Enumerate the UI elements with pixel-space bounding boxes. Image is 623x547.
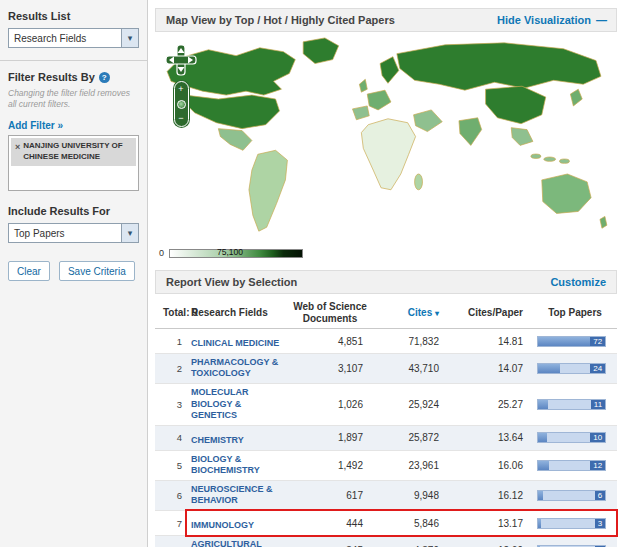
hide-visualization-label: Hide Visualization [497, 14, 591, 26]
filter-results-by-label: Filter Results By [8, 71, 95, 83]
field-link[interactable]: CHEMISTRY [191, 435, 244, 446]
include-results-label: Include Results For [8, 205, 139, 217]
docs-value: 1,492 [287, 460, 373, 471]
docs-value: 3,107 [287, 363, 373, 374]
results-list-label: Results List [8, 10, 139, 22]
row-rank: 5 [155, 460, 191, 471]
map-region-middle-east [414, 110, 443, 132]
field-link[interactable]: BIOLOGY & BIOCHEMISTRY [191, 454, 287, 477]
results-list-select[interactable]: Research Fields ▾ [8, 28, 139, 48]
zoom-out-icon[interactable]: − [178, 114, 183, 123]
row-rank: 4 [155, 432, 191, 443]
report-view-title: Report View by Selection [166, 276, 297, 288]
map-region-greenland [303, 38, 338, 64]
add-filter-link[interactable]: Add Filter » [8, 120, 63, 131]
top-papers-bar[interactable]: 12 [537, 460, 606, 471]
cites-per-paper-value: 25.27 [449, 399, 533, 410]
include-results-select[interactable]: Top Papers ▾ [8, 223, 139, 243]
field-link[interactable]: CLINICAL MEDICINE [191, 338, 279, 349]
help-icon[interactable]: ? [99, 72, 110, 83]
column-header-cites[interactable]: Cites ▾ [373, 307, 449, 319]
top-papers-count: 72 [590, 337, 605, 346]
table-row-immunology-highlighted: 7 IMMUNOLOGY 444 5,846 13.17 3 [155, 511, 617, 536]
map-container[interactable]: + − [155, 32, 617, 244]
field-link[interactable]: NEUROSCIENCE & BEHAVIOR [191, 484, 287, 507]
field-link[interactable]: IMMUNOLOGY [191, 520, 254, 531]
top-papers-bar[interactable]: 3 [537, 518, 606, 529]
sidebar: Results List Research Fields ▾ Filter Re… [0, 0, 148, 547]
top-papers-count: 10 [590, 433, 605, 442]
field-link[interactable]: PHARMACOLOGY & TOXICOLOGY [191, 357, 287, 380]
world-map[interactable] [155, 32, 617, 244]
zoom-in-icon[interactable]: + [178, 85, 183, 94]
cites-label: Cites [408, 307, 432, 318]
docs-value: 1,897 [287, 432, 373, 443]
customize-label: Customize [550, 276, 606, 288]
active-filters-box: × NANJING UNIVERSITY OF CHINESE MEDICINE [8, 135, 139, 191]
filter-note: Changing the filter field removes all cu… [8, 88, 139, 109]
map-region-mexico [218, 129, 252, 151]
map-region-australia [542, 174, 591, 213]
include-results-value: Top Papers [14, 228, 65, 239]
cites-value: 23,961 [373, 460, 449, 471]
row-rank: 1 [155, 336, 191, 347]
map-region-india [459, 118, 482, 146]
top-papers-bar[interactable]: 10 [537, 432, 606, 443]
top-papers-count: 3 [595, 519, 605, 528]
top-papers-count: 6 [595, 491, 605, 500]
column-header-top-papers: Top Papers [533, 307, 617, 319]
customize-link[interactable]: Customize [550, 276, 606, 288]
remove-filter-icon[interactable]: × [15, 141, 20, 163]
table-row: 4 CHEMISTRY 1,897 25,872 13.64 10 [155, 426, 617, 451]
map-region-madagascar [415, 174, 423, 190]
globe-icon[interactable] [177, 100, 186, 109]
column-header-research-fields: Research Fields [191, 307, 287, 319]
cites-value: 25,924 [373, 399, 449, 410]
top-papers-count: 24 [590, 364, 605, 373]
cites-value: 9,948 [373, 490, 449, 501]
top-papers-bar[interactable]: 72 [537, 336, 606, 347]
top-papers-bar[interactable]: 6 [537, 490, 606, 501]
top-papers-count: 12 [590, 461, 605, 470]
map-pan-control[interactable] [165, 44, 197, 76]
table-header-row: Total: 9 Research Fields Web of Science … [155, 298, 617, 329]
cites-per-paper-value: 14.81 [449, 336, 533, 347]
map-zoom-control[interactable]: + − [174, 81, 189, 127]
total-count-label: Total: 9 [155, 307, 191, 319]
row-rank: 2 [155, 363, 191, 374]
legend-max-label: 75,100 [217, 247, 243, 257]
field-link[interactable]: AGRICULTURAL SCIENCES [191, 539, 287, 547]
save-criteria-button[interactable]: Save Criteria [59, 261, 135, 281]
docs-value: 617 [287, 490, 373, 501]
top-papers-bar[interactable]: 11 [537, 399, 606, 410]
hide-visualization-link[interactable]: Hide Visualization — [497, 14, 606, 26]
column-header-cites-per-paper: Cites/Paper [449, 307, 533, 319]
table-row: 5 BIOLOGY & BIOCHEMISTRY 1,492 23,961 16… [155, 451, 617, 481]
cites-per-paper-value: 13.17 [449, 518, 533, 529]
map-region-central-europe [367, 90, 391, 110]
report-view-header: Report View by Selection Customize [155, 270, 617, 294]
map-region-indonesia [560, 159, 570, 163]
table-row: 6 NEUROSCIENCE & BEHAVIOR 617 9,948 16.1… [155, 481, 617, 511]
active-filter-item[interactable]: × NANJING UNIVERSITY OF CHINESE MEDICINE [11, 138, 136, 166]
field-link[interactable]: MOLECULAR BIOLOGY & GENETICS [191, 387, 287, 421]
map-region-uk [359, 79, 367, 92]
map-region-se-asia [511, 128, 533, 146]
map-view-title: Map View by Top / Hot / Highly Cited Pap… [166, 14, 395, 26]
dropdown-arrow-icon[interactable]: ▾ [121, 29, 138, 47]
map-controls: + − [165, 44, 197, 127]
dropdown-arrow-icon[interactable]: ▾ [121, 224, 138, 242]
table-row: 2 PHARMACOLOGY & TOXICOLOGY 3,107 43,710… [155, 354, 617, 384]
map-region-usa [185, 95, 280, 129]
clear-button[interactable]: Clear [8, 261, 50, 281]
map-region-indonesia [544, 157, 556, 161]
cites-per-paper-value: 14.07 [449, 363, 533, 374]
sort-desc-icon: ▾ [435, 309, 439, 318]
sidebar-divider [0, 60, 147, 61]
legend-min-label: 0 [159, 248, 164, 258]
minus-icon: — [596, 14, 606, 26]
esi-results-page: Results List Research Fields ▾ Filter Re… [0, 0, 623, 547]
top-papers-bar[interactable]: 24 [537, 363, 606, 374]
column-header-wos-documents: Web of Science Documents [287, 301, 373, 324]
map-region-indonesia [531, 154, 541, 158]
